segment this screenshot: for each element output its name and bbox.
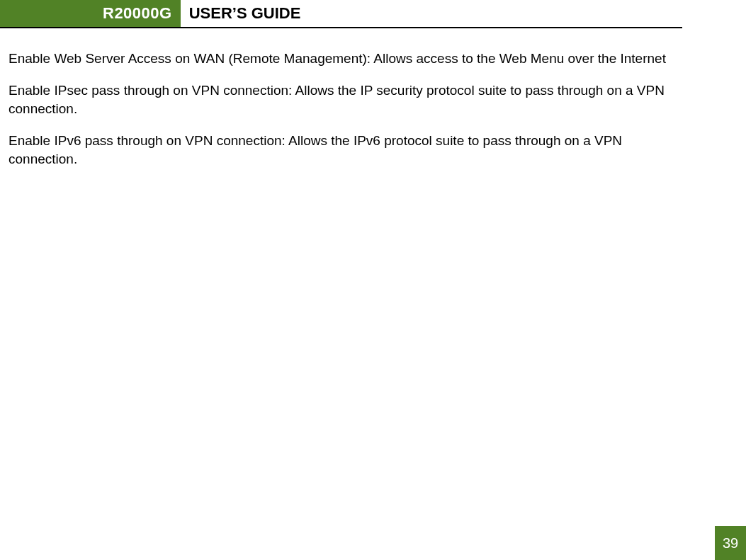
document-title: USER’S GUIDE: [181, 0, 301, 27]
paragraph: Enable IPv6 pass through on VPN connecti…: [9, 132, 682, 169]
paragraph: Enable Web Server Access on WAN (Remote …: [9, 50, 682, 69]
paragraph: Enable IPsec pass through on VPN connect…: [9, 81, 682, 119]
document-content: Enable Web Server Access on WAN (Remote …: [0, 28, 746, 203]
page-number: 39: [715, 526, 746, 560]
model-badge: R20000G: [0, 0, 181, 27]
document-header: R20000G USER’S GUIDE: [0, 0, 682, 28]
